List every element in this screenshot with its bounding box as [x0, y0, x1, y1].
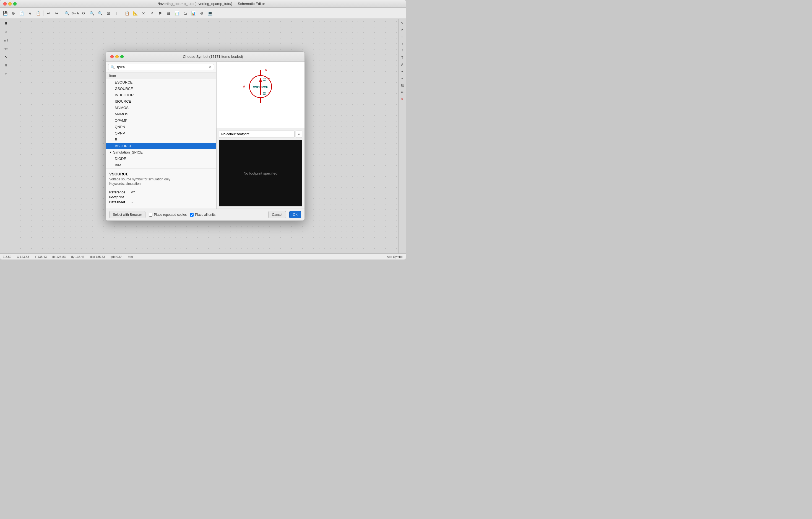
zoom-in-button[interactable]: 🔍 [96, 9, 104, 17]
window-title: *inverting_opamp_tuto [inverting_opamp_t… [20, 2, 403, 6]
zoom-out-button[interactable]: 🔍 [88, 9, 96, 17]
footprint-expand-button[interactable]: ▼ [296, 131, 302, 138]
choose-symbol-dialog: Choose Symbol (17171 items loaded) 🔍 ✕ [106, 52, 305, 221]
list-item[interactable]: OPAMP [106, 117, 216, 124]
cross-right[interactable]: ✕ [399, 96, 405, 102]
settings-button[interactable]: ⚙ [198, 9, 205, 17]
search-input[interactable] [116, 65, 207, 69]
grid-toggle[interactable]: ⠿ [2, 20, 10, 28]
arrow-icon: ▼ [109, 151, 112, 154]
scripting-button[interactable]: 💻 [206, 9, 214, 17]
redo-button[interactable]: ↪ [53, 9, 61, 17]
unit-status: mm [128, 255, 133, 258]
add-comp-right[interactable]: + [399, 68, 405, 75]
up-button[interactable]: ↑ [113, 9, 121, 17]
footprint-row: Footprint [109, 195, 213, 199]
search-button[interactable]: 🔍 [63, 9, 71, 17]
select-browser-button[interactable]: Select with Browser [109, 211, 145, 218]
label-right[interactable]: T [399, 55, 405, 61]
text-right[interactable]: A [399, 61, 405, 67]
vsource-svg: VSOURCE V V [236, 67, 285, 122]
wire-right[interactable]: / [399, 48, 405, 54]
save-button[interactable]: 💾 [1, 9, 9, 17]
wire-tool[interactable]: ⌐ [2, 70, 10, 78]
close-button[interactable] [3, 2, 7, 5]
unit-mm[interactable]: mm [2, 45, 10, 53]
footprint-dropdown[interactable]: No default footprint [219, 131, 294, 138]
y-status: Y 138.43 [35, 255, 47, 258]
bus-button[interactable]: ↗ [148, 9, 156, 17]
new-button[interactable]: 📄 [18, 9, 25, 17]
place-all-units-label[interactable]: Place all units [190, 213, 215, 217]
export-button[interactable]: 🗂 [181, 9, 189, 17]
refresh-button[interactable]: ↻ [80, 9, 87, 17]
list-item-category[interactable]: ▼ Simulation_SPICE [106, 149, 216, 155]
zoom-fit-button[interactable]: ⊡ [105, 9, 112, 17]
list-item[interactable]: GSOURCE [106, 85, 216, 92]
bom-button[interactable]: 📊 [173, 9, 181, 17]
modal-min[interactable] [115, 55, 119, 58]
reference-row: Reference V? [109, 190, 213, 194]
undo-button[interactable]: ↩ [45, 9, 52, 17]
title-bar: *inverting_opamp_tuto [inverting_opamp_t… [0, 0, 406, 8]
svg-text:E2: E2 [263, 92, 266, 95]
img-right[interactable]: 🖼 [399, 82, 405, 88]
del-comp-right[interactable]: − [399, 75, 405, 81]
flag-button[interactable]: ⚑ [156, 9, 164, 17]
component-tool[interactable]: ⊕ [2, 61, 10, 69]
place-repeated-label[interactable]: Place repeated copies [149, 213, 187, 217]
cancel-button[interactable]: Cancel [268, 211, 286, 218]
search-bar: 🔍 ✕ [106, 62, 216, 73]
list-item[interactable]: ISOURCE [106, 98, 216, 105]
list-item-vsource[interactable]: VSOURCE [106, 143, 216, 149]
list-item[interactable]: IAM [106, 162, 216, 168]
copy-button[interactable]: 📋 [34, 9, 42, 17]
sep3 [122, 10, 122, 16]
place-all-units-checkbox[interactable] [190, 213, 194, 217]
list-item[interactable]: ESOURCE [106, 79, 216, 85]
annotate-button[interactable]: B→A [71, 9, 79, 17]
list-item[interactable]: DIODE [106, 155, 216, 162]
mode-status: Add Symbol [387, 255, 403, 258]
minimize-button[interactable] [8, 2, 11, 5]
place-repeated-checkbox[interactable] [149, 213, 152, 217]
list-item[interactable]: R [106, 136, 216, 143]
svg-text:V: V [265, 68, 267, 72]
modal-max[interactable] [120, 55, 124, 58]
netlist-button[interactable]: 📋 [123, 9, 131, 17]
pcb-button[interactable]: 📊 [190, 9, 197, 17]
symbol-description: Voltage source symbol for simulation onl… [109, 177, 213, 181]
flip-right[interactable]: ↕ [399, 41, 405, 47]
right-panel: ↖ ↱ ↔ ↕ / T A + − 🖼 ✏ ✕ [398, 19, 406, 253]
status-bar: Z 3.59 X 123.83 Y 138.43 dx 123.83 dy 13… [0, 253, 406, 260]
rotate-right[interactable]: ↱ [399, 27, 405, 33]
list-item[interactable]: MPMOS [106, 111, 216, 117]
search-clear-icon[interactable]: ✕ [208, 65, 211, 69]
datasheet-value: ~ [131, 200, 133, 204]
cursor-right[interactable]: ↖ [399, 20, 405, 26]
modal-close[interactable] [110, 55, 114, 58]
x-status: X 123.83 [17, 255, 29, 258]
print-button[interactable]: 🖨 [26, 9, 34, 17]
properties-button[interactable]: ⚙ [9, 9, 17, 17]
datasheet-row: Datasheet ~ [109, 200, 213, 204]
list-item[interactable]: QPNP [106, 130, 216, 136]
list-item[interactable]: INDUCTOR [106, 92, 216, 98]
mirror-right[interactable]: ↔ [399, 34, 405, 40]
symbol-preview: VSOURCE V V [216, 62, 304, 128]
svg-text:V: V [243, 85, 245, 89]
maximize-button[interactable] [13, 2, 17, 5]
schematic-canvas[interactable]: Choose Symbol (17171 items loaded) 🔍 ✕ [12, 19, 398, 253]
list-item[interactable]: QNPN [106, 124, 216, 130]
noconn-button[interactable]: ✕ [140, 9, 147, 17]
list-item[interactable]: MNMOS [106, 105, 216, 111]
ok-button[interactable]: OK [289, 211, 301, 218]
table-button[interactable]: ▦ [165, 9, 172, 17]
unit-in[interactable]: in [2, 28, 10, 36]
symbol-list[interactable]: ESOURCE GSOURCE INDUCTOR ISOURCE MNMOS M… [106, 79, 216, 168]
cursor-tool[interactable]: ↖ [2, 53, 10, 61]
sep2 [62, 10, 62, 16]
edit-right[interactable]: ✏ [399, 89, 405, 95]
unit-mil[interactable]: mil [2, 36, 10, 44]
wire-button[interactable]: 📐 [132, 9, 139, 17]
